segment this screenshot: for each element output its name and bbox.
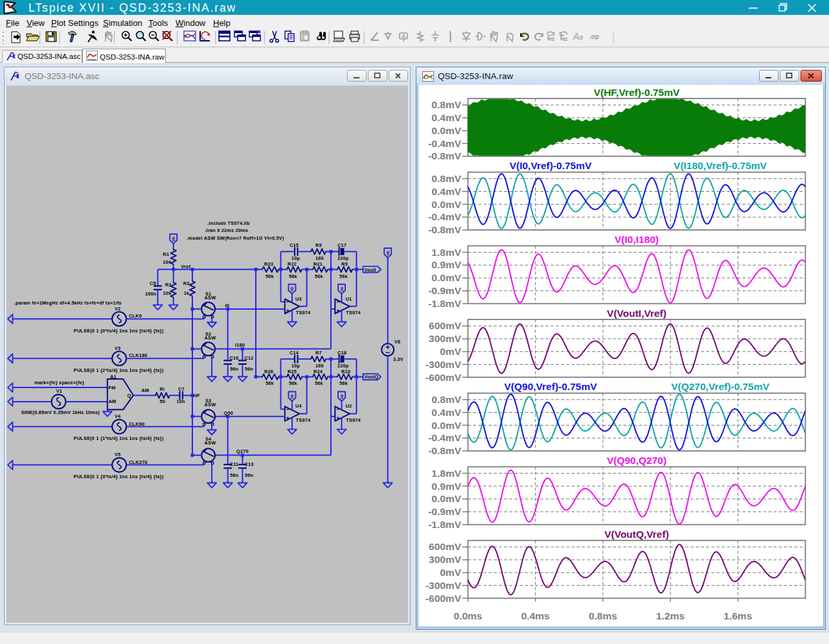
svg-text:.param fe=1MegHz df=4.5kHz fs=: .param fe=1MegHz df=4.5kHz fs=fe+df ts=1… <box>14 300 122 306</box>
svg-text:220p: 220p <box>337 363 349 369</box>
svg-text:50: 50 <box>159 398 165 404</box>
svg-text:AM: AM <box>109 398 117 404</box>
svg-text:160: 160 <box>315 255 324 261</box>
svg-text:300mV: 300mV <box>429 333 462 344</box>
svg-text:U3: U3 <box>295 296 302 302</box>
svg-text:V1: V1 <box>56 388 62 394</box>
svg-text:1.6ms: 1.6ms <box>723 610 752 621</box>
svg-text:V(Q90,Q270): V(Q90,Q270) <box>607 455 666 466</box>
svg-text:56k: 56k <box>339 380 348 386</box>
svg-text:V4: V4 <box>115 413 121 419</box>
svg-text:TS974: TS974 <box>346 310 361 316</box>
svg-text:A: A <box>402 33 406 40</box>
svg-text:220p: 220p <box>337 255 349 261</box>
svg-text:0.8ms: 0.8ms <box>589 610 617 621</box>
svg-text:.model ASW SW(Ron=7 Roff=1G Vt: .model ASW SW(Ron=7 Roff=1G Vt=0.5V) <box>187 235 284 241</box>
svg-text:ASW: ASW <box>205 402 216 408</box>
svg-text:SINE(0.65mV 0.35mV 1kHz 10ms): SINE(0.65mV 0.35mV 1kHz 10ms) <box>21 409 100 415</box>
svg-text:56n: 56n <box>245 366 253 372</box>
svg-text:C13: C13 <box>245 461 254 467</box>
svg-text:56k: 56k <box>289 380 298 386</box>
svg-text:VD: VD <box>340 394 344 399</box>
svg-text:C5: C5 <box>150 281 156 286</box>
svg-text:CLK0: CLK0 <box>129 313 142 319</box>
svg-text:V(VoutQ,Vref): V(VoutQ,Vref) <box>604 529 669 540</box>
svg-text:-1.8mV: -1.8mV <box>428 298 461 309</box>
svg-text:R10: R10 <box>341 369 350 374</box>
svg-text:A: A <box>573 31 579 41</box>
svg-text:R3: R3 <box>183 281 190 286</box>
svg-text:0.4ms: 0.4ms <box>521 610 550 621</box>
svg-text:.tran 0 22ms 20ms: .tran 0 22ms 20ms <box>205 227 248 233</box>
svg-text:1.8mV: 1.8mV <box>431 247 461 258</box>
svg-text:VD: VD <box>290 286 294 292</box>
svg-text:VoutI: VoutI <box>365 268 376 272</box>
svg-text:VD: VD <box>172 236 176 242</box>
svg-text:0mV: 0mV <box>440 346 461 357</box>
svg-text:-600mV: -600mV <box>426 372 462 383</box>
svg-text:10k: 10k <box>163 259 172 265</box>
svg-text:10n: 10n <box>177 398 185 404</box>
svg-text:CLK180: CLK180 <box>129 352 148 358</box>
svg-text:VD: VD <box>386 251 390 256</box>
svg-text:R2: R2 <box>165 282 172 288</box>
svg-text:V(I0,Vref)-0.75mV: V(I0,Vref)-0.75mV <box>510 160 592 171</box>
svg-text:0.0mV: 0.0mV <box>431 493 461 504</box>
svg-text:R7: R7 <box>315 350 322 356</box>
svg-text:0.0mV: 0.0mV <box>431 420 461 431</box>
svg-text:VoutQ: VoutQ <box>365 374 379 380</box>
svg-text:0.4mV: 0.4mV <box>431 186 461 197</box>
svg-text:C10: C10 <box>230 355 239 361</box>
svg-text:56n: 56n <box>230 472 238 478</box>
svg-text:AM: AM <box>141 387 149 393</box>
svg-text:E: E <box>547 34 552 41</box>
svg-text:1.2ms: 1.2ms <box>656 610 685 621</box>
svg-text:-0.9mV: -0.9mV <box>428 506 461 517</box>
svg-text:600mV: 600mV <box>429 320 462 331</box>
svg-text:a: a <box>579 33 583 41</box>
svg-text:V2: V2 <box>115 306 120 312</box>
svg-text:100n: 100n <box>145 291 157 297</box>
svg-text:-1.8mV: -1.8mV <box>428 519 461 530</box>
svg-text:.op: .op <box>589 33 599 40</box>
svg-text:HF: HF <box>194 393 200 398</box>
svg-text:TS974: TS974 <box>296 417 311 423</box>
svg-text:R22: R22 <box>288 261 297 267</box>
svg-text:R5: R5 <box>315 242 322 248</box>
svg-text:56k: 56k <box>266 273 275 279</box>
svg-text:56n: 56n <box>230 366 238 372</box>
svg-text:PULSE(0 1 {2*ts/4} 1ns 1ns {ts: PULSE(0 1 {2*ts/4} 1ns 1ns {ts/4} {ts}) <box>74 367 164 373</box>
svg-text:Ri: Ri <box>159 386 165 392</box>
svg-text:300mV: 300mV <box>429 554 462 565</box>
svg-text:R1: R1 <box>163 251 170 257</box>
svg-text:56n: 56n <box>245 472 253 478</box>
svg-text:0.0mV: 0.0mV <box>431 199 461 210</box>
svg-text:V(HF,Vref)-0.75mV: V(HF,Vref)-0.75mV <box>594 87 680 98</box>
svg-text:R25: R25 <box>288 369 297 374</box>
svg-text:VD: VD <box>340 286 344 292</box>
svg-text:56k: 56k <box>315 273 324 279</box>
svg-text:U2: U2 <box>346 403 352 409</box>
svg-text:U1: U1 <box>346 296 352 302</box>
svg-text:ASW: ASW <box>205 295 216 301</box>
svg-text:-600mV: -600mV <box>426 593 462 604</box>
svg-text:C11: C11 <box>230 461 239 467</box>
svg-text:TS974: TS974 <box>346 417 361 423</box>
svg-text:ASW: ASW <box>205 440 216 446</box>
svg-text:160: 160 <box>315 363 324 369</box>
svg-text:C7: C7 <box>178 386 185 392</box>
svg-text:56k: 56k <box>339 273 348 279</box>
svg-text:Q: Q <box>128 393 131 398</box>
svg-text:0.0mV: 0.0mV <box>431 125 461 136</box>
svg-text:-0.4mV: -0.4mV <box>428 211 461 222</box>
svg-text:FM: FM <box>109 385 116 391</box>
svg-text:-300mV: -300mV <box>426 359 462 370</box>
svg-text:-0.4mV: -0.4mV <box>428 432 461 443</box>
svg-text:PULSE(0 1 {0*ts/4} 1ns 1ns {ts: PULSE(0 1 {0*ts/4} 1ns 1ns {ts/4} {ts}) <box>74 328 164 334</box>
svg-text:-0.4mV: -0.4mV <box>428 138 461 149</box>
svg-text:0.0ms: 0.0ms <box>454 610 483 621</box>
svg-text:A1: A1 <box>110 374 117 380</box>
svg-text:ASW: ASW <box>205 335 216 341</box>
svg-text:0.9mV: 0.9mV <box>431 481 461 492</box>
svg-text:CLK270: CLK270 <box>129 459 148 465</box>
